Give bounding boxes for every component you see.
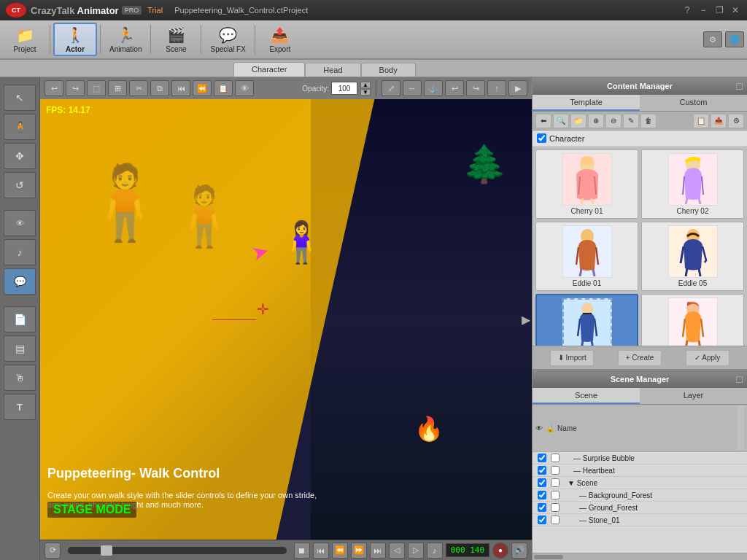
subtab-head[interactable]: Head bbox=[305, 63, 360, 77]
timeline-thumb[interactable] bbox=[101, 545, 112, 556]
pointer-tool[interactable]: 🖱 bbox=[4, 365, 36, 391]
lock-heartbeat[interactable] bbox=[551, 466, 560, 475]
subtab-body[interactable]: Body bbox=[361, 63, 416, 77]
flip-stage-btn[interactable]: ↔ bbox=[403, 80, 422, 96]
toolbar-export-btn[interactable]: 📤 Export bbox=[258, 23, 302, 56]
maximize-button[interactable]: ❐ bbox=[713, 4, 725, 16]
music-tool[interactable]: ♪ bbox=[4, 239, 36, 265]
skip-start-btn[interactable]: ⏮ bbox=[171, 80, 190, 96]
cb-stone01[interactable] bbox=[538, 516, 546, 524]
close-button[interactable]: ✕ bbox=[729, 4, 741, 16]
toolbar-actor-btn[interactable]: 🚶 Actor bbox=[53, 23, 97, 56]
opacity-input[interactable] bbox=[331, 82, 357, 95]
lock-scene-group[interactable] bbox=[551, 478, 560, 487]
lock-surprise-bubble[interactable] bbox=[551, 454, 560, 462]
cb-scene-group[interactable] bbox=[538, 478, 546, 487]
eye-btn[interactable]: 👁 bbox=[235, 80, 254, 96]
text-tool[interactable]: T bbox=[4, 394, 36, 420]
char-item-mr-rosenberg[interactable]: Mr. Rosenberg bbox=[535, 294, 638, 346]
cb-heartbeat[interactable] bbox=[538, 466, 546, 475]
content-manager-close[interactable]: □ bbox=[737, 80, 743, 92]
paste-btn[interactable]: 📋 bbox=[214, 80, 233, 96]
rewind-btn[interactable]: ⏪ bbox=[332, 542, 348, 559]
select-all-btn[interactable]: ⬚ bbox=[87, 80, 106, 96]
create-btn[interactable]: + Create bbox=[618, 350, 662, 366]
scene-tab-scene[interactable]: Scene bbox=[533, 388, 640, 404]
content-tool-5[interactable]: ⊖ bbox=[605, 114, 622, 128]
scene-tab-layer[interactable]: Layer bbox=[640, 388, 747, 404]
content-tool-6[interactable]: ✎ bbox=[623, 114, 639, 128]
content-tool-1[interactable]: ⬅ bbox=[535, 114, 551, 128]
music-btn[interactable]: ♪ bbox=[427, 542, 443, 559]
cb-ground-forest[interactable] bbox=[538, 503, 546, 512]
scroll-track[interactable] bbox=[737, 406, 744, 450]
settings-btn[interactable]: ⚙ bbox=[703, 31, 722, 47]
subtab-character[interactable]: Character bbox=[233, 62, 305, 77]
cut-btn[interactable]: ✂ bbox=[129, 80, 148, 96]
minimize-button[interactable]: − bbox=[697, 4, 709, 16]
anchor-btn[interactable]: ⚓ bbox=[424, 80, 443, 96]
cb-surprise-bubble[interactable] bbox=[538, 454, 546, 462]
stage-right-arrow[interactable]: ▶ bbox=[522, 313, 530, 327]
content-tool-3[interactable]: 📁 bbox=[570, 114, 587, 128]
prev-btn[interactable]: ⏮ bbox=[313, 542, 329, 559]
undo-btn[interactable]: ↩ bbox=[44, 80, 63, 96]
lock-stone01[interactable] bbox=[551, 516, 560, 524]
char-item-cherry02[interactable]: Cherry 02 bbox=[641, 149, 744, 219]
fast-fwd-btn[interactable]: ⏩ bbox=[351, 542, 367, 559]
extras-btn[interactable]: 🌐 bbox=[725, 31, 744, 47]
char-item-eddie01[interactable]: Eddie 01 bbox=[535, 222, 638, 291]
redo-btn[interactable]: ↪ bbox=[66, 80, 85, 96]
transform-btn[interactable]: ⊞ bbox=[108, 80, 127, 96]
toolbar-scene-btn[interactable]: 🎬 Scene bbox=[154, 23, 198, 56]
prev-frame-btn[interactable]: ⏪ bbox=[193, 80, 212, 96]
char-item-sally[interactable]: Sally bbox=[641, 294, 744, 346]
scrollbar-thumb-h[interactable] bbox=[534, 555, 563, 559]
scene-manager-close[interactable]: □ bbox=[737, 373, 743, 385]
toolbar-animation-btn[interactable]: 🏃 Animation bbox=[104, 23, 147, 56]
reset-btn[interactable]: ↑ bbox=[487, 80, 506, 96]
toolbar-specialfx-btn[interactable]: 💬 Special FX bbox=[204, 23, 251, 56]
skip-end-btn[interactable]: ⏭ bbox=[370, 542, 386, 559]
scene-scrollbar-h[interactable] bbox=[533, 553, 747, 560]
timeline-bar[interactable] bbox=[68, 547, 287, 554]
toolbar-project-btn[interactable]: 📁 Project bbox=[3, 23, 47, 56]
char-item-eddie05[interactable]: Eddie 05 bbox=[641, 222, 744, 291]
stop-btn[interactable]: ⏹ bbox=[294, 542, 310, 559]
record-btn[interactable]: ● bbox=[492, 542, 508, 559]
apply-btn[interactable]: ✓ Apply bbox=[686, 350, 729, 366]
tab-custom[interactable]: Custom bbox=[640, 95, 747, 111]
content-tool-2[interactable]: 🔍 bbox=[553, 114, 569, 128]
zoom-tool[interactable]: 👁 bbox=[4, 210, 36, 236]
opacity-up-btn[interactable]: ▲ bbox=[360, 82, 371, 88]
lock-bg-forest[interactable] bbox=[551, 491, 560, 499]
layers-tool[interactable]: ▤ bbox=[4, 335, 36, 362]
tab-template[interactable]: Template bbox=[533, 95, 640, 111]
stage-canvas[interactable]: 🧍 🧍 🧍‍♀️ ➤ 🔥 🌲 FPS: 14.17 Puppeteering- … bbox=[40, 99, 532, 540]
select-tool[interactable]: ↖ bbox=[4, 85, 36, 111]
content-tool-9[interactable]: 📤 bbox=[711, 114, 727, 128]
content-tool-8[interactable]: 📋 bbox=[693, 114, 709, 128]
play-small-btn[interactable]: ▶ bbox=[508, 80, 527, 96]
undo2-btn[interactable]: ↩ bbox=[445, 80, 464, 96]
next-key-btn[interactable]: ▷ bbox=[408, 542, 424, 559]
tree-checkbox[interactable] bbox=[537, 133, 546, 143]
move-tool[interactable]: ✥ bbox=[4, 143, 36, 169]
help-button[interactable]: ? bbox=[681, 4, 693, 16]
audio-btn[interactable]: 🔊 bbox=[511, 542, 527, 559]
redo2-btn[interactable]: ↪ bbox=[466, 80, 485, 96]
import-btn[interactable]: ⬇ Import bbox=[550, 350, 594, 366]
char-item-cherry01[interactable]: Cherry 01 bbox=[535, 149, 638, 219]
opacity-down-btn[interactable]: ▼ bbox=[360, 89, 371, 96]
doc-tool[interactable]: 📄 bbox=[4, 306, 36, 332]
move-stage-btn[interactable]: ⤢ bbox=[382, 80, 400, 96]
person-tool[interactable]: 🧍 bbox=[4, 114, 36, 140]
prev-key-btn[interactable]: ◁ bbox=[389, 542, 405, 559]
cb-bg-forest[interactable] bbox=[538, 491, 546, 499]
chat-tool[interactable]: 💬 bbox=[4, 268, 36, 295]
copy-btn[interactable]: ⧉ bbox=[150, 80, 169, 96]
lock-ground-forest[interactable] bbox=[551, 503, 560, 512]
content-tool-7[interactable]: 🗑 bbox=[640, 114, 657, 128]
content-tool-10[interactable]: ⚙ bbox=[728, 114, 744, 128]
rotate-tool[interactable]: ↺ bbox=[4, 172, 36, 198]
